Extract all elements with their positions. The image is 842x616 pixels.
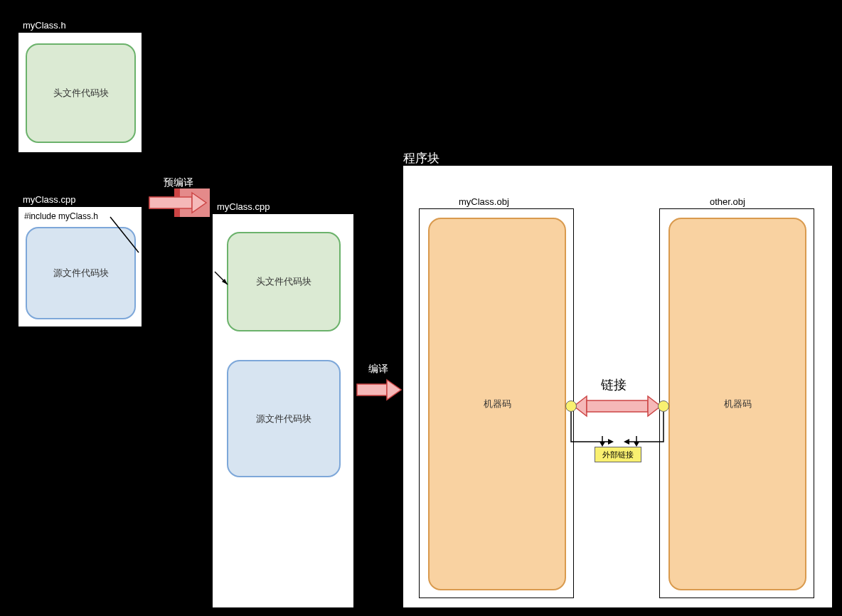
obj2-block-label: 机器码 (724, 398, 752, 410)
merged-title: myClass.cpp (217, 201, 270, 212)
external-link-label: 外部链接 (602, 450, 634, 460)
compile-label: 编译 (368, 363, 388, 376)
obj1-name: myClass.obj (459, 196, 509, 207)
header-code-label: 头文件代码块 (53, 87, 109, 100)
include-text: #include myClass.h (24, 211, 98, 221)
svg-marker-17 (599, 442, 605, 447)
obj1-block: 机器码 (428, 218, 566, 590)
obj2-block: 机器码 (668, 218, 806, 590)
header-code-block: 头文件代码块 (26, 43, 136, 143)
obj2-name: other.obj (710, 196, 745, 207)
obj2-container: other.obj 机器码 (659, 208, 814, 598)
source-title: myClass.cpp (23, 194, 75, 205)
precompile-label: 预编译 (164, 176, 193, 189)
compile-arrow (356, 376, 405, 404)
connector-line (103, 213, 142, 256)
merged-source-block: 源文件代码块 (227, 360, 341, 477)
precompile-arrow (146, 188, 210, 217)
merged-source-label: 源文件代码块 (256, 413, 311, 425)
program-container: 程序块 myClass.obj 机器码 other.obj 机器码 链接 (403, 165, 833, 608)
header-title: myClass.h (23, 20, 66, 31)
external-link-box: 外部链接 (595, 447, 641, 462)
link-label: 链接 (601, 376, 627, 393)
program-title: 程序块 (403, 150, 439, 166)
svg-rect-3 (149, 197, 192, 208)
small-arrow (213, 270, 235, 292)
svg-line-0 (110, 217, 139, 253)
svg-rect-7 (357, 384, 387, 395)
svg-marker-8 (387, 380, 401, 400)
obj1-container: myClass.obj 机器码 (419, 208, 574, 598)
svg-marker-4 (192, 193, 206, 213)
merged-header-block: 头文件代码块 (227, 232, 341, 331)
obj1-block-label: 机器码 (484, 398, 511, 410)
merged-header-label: 头文件代码块 (256, 275, 311, 288)
header-file-container: myClass.h 头文件代码块 (18, 32, 142, 153)
svg-marker-19 (634, 442, 639, 447)
source-code-label: 源文件代码块 (53, 267, 109, 280)
